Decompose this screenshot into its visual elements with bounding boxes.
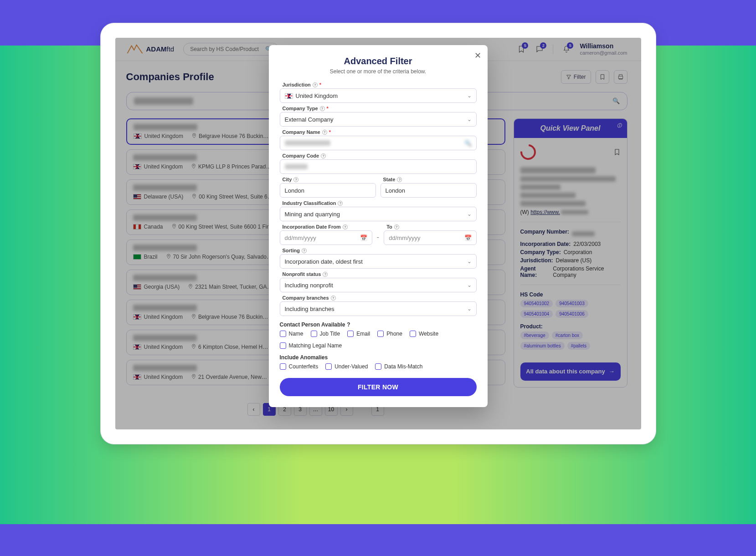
- hscode-chip[interactable]: 9405401003: [555, 300, 588, 307]
- result-address: 6 Kimpton Close, Hemel H…: [191, 344, 268, 350]
- bookmark-icon: [599, 74, 606, 80]
- branches-select[interactable]: Including branches ⌄: [280, 301, 477, 316]
- checkbox-label: Name: [289, 331, 303, 337]
- printer-icon: [617, 74, 624, 80]
- industry-select[interactable]: Mining and quarrying ⌄: [280, 207, 477, 221]
- help-icon[interactable]: ?: [347, 321, 350, 328]
- help-icon[interactable]: ?: [338, 201, 343, 206]
- help-icon[interactable]: ?: [394, 224, 399, 230]
- checkbox-label: Matching Legal Name: [289, 342, 342, 349]
- help-icon[interactable]: ?: [397, 177, 402, 182]
- quick-view-cta[interactable]: All data about this company →: [520, 362, 621, 381]
- company-logo: [517, 141, 539, 163]
- lbl-inc-to: To: [386, 224, 392, 230]
- page-actions: Filter: [561, 70, 627, 84]
- checkbox-under-valued[interactable]: Under-Valued: [325, 363, 368, 370]
- help-icon[interactable]: ?: [313, 82, 318, 87]
- inc-from-input[interactable]: dd/mm/yyyy 📅: [280, 230, 372, 245]
- filter-now-button[interactable]: FILTER NOW: [280, 378, 477, 396]
- messages-count: 2: [540, 42, 546, 49]
- messages-icon[interactable]: 2: [535, 44, 545, 54]
- result-address: Belgrave House 76 Buckin…: [191, 314, 268, 320]
- bookmark-icon[interactable]: [613, 148, 621, 156]
- page-search-text: [134, 97, 193, 105]
- info-icon[interactable]: ⓘ: [617, 122, 622, 129]
- company-name-input[interactable]: 🔍: [280, 136, 477, 150]
- help-icon[interactable]: ?: [323, 272, 328, 277]
- lbl-product: Product:: [520, 323, 543, 330]
- help-icon[interactable]: ?: [293, 177, 298, 182]
- divider: [553, 44, 553, 54]
- checkbox-email[interactable]: Email: [347, 331, 370, 337]
- calendar-icon: 📅: [464, 235, 472, 241]
- bookmarks-icon[interactable]: 5: [516, 44, 526, 54]
- company-name: [520, 167, 596, 173]
- checkbox-counterfeits[interactable]: Counterfeits: [280, 363, 319, 370]
- svg-point-6: [193, 315, 195, 316]
- product-chip[interactable]: #aluminum bottles: [520, 342, 565, 350]
- chevron-down-icon: ⌄: [467, 258, 472, 265]
- quick-view-cta-label: All data about this company: [526, 368, 605, 375]
- help-icon[interactable]: ?: [343, 224, 348, 230]
- checkbox-icon: [280, 342, 286, 349]
- filter-button[interactable]: Filter: [561, 70, 591, 84]
- product-chip[interactable]: #carton box: [552, 332, 583, 339]
- help-icon[interactable]: ?: [321, 153, 326, 158]
- company-code-input[interactable]: [280, 159, 477, 174]
- hscode-chip[interactable]: 9405401006: [555, 310, 588, 318]
- user-menu[interactable]: Williamson cameron@gmail.com: [580, 42, 627, 56]
- contact-checks: NameJob TitleEmailPhoneWebsiteMatching L…: [280, 331, 477, 349]
- brand-logo[interactable]: ADAMftd: [126, 44, 175, 54]
- inc-to-input[interactable]: dd/mm/yyyy 📅: [384, 230, 476, 245]
- header-search-input[interactable]: [190, 46, 262, 52]
- lbl-jurisdiction: Jurisdiction:: [520, 257, 553, 264]
- save-bookmark-button[interactable]: [596, 70, 609, 84]
- hscode-chip[interactable]: 9405401002: [520, 300, 553, 307]
- checkbox-label: Email: [356, 331, 370, 337]
- sorting-select[interactable]: Incorporation date, oldest first ⌄: [280, 254, 477, 269]
- checkbox-name[interactable]: Name: [280, 331, 303, 337]
- checkbox-icon: [377, 331, 384, 337]
- print-button[interactable]: [614, 70, 627, 84]
- jurisdiction-select[interactable]: United Kingdom ⌄: [280, 88, 477, 103]
- help-icon[interactable]: ?: [331, 296, 336, 301]
- result-address: KPMG LLP 8 Princes Parad…: [191, 163, 272, 170]
- checkbox-data-mis-match[interactable]: Data Mis-Match: [375, 363, 422, 370]
- result-title: [133, 275, 197, 281]
- address-line-1: [520, 176, 616, 182]
- lbl-company-number: Company Number:: [520, 229, 569, 239]
- company-type-select[interactable]: External Company ⌄: [280, 112, 477, 127]
- checkbox-job-title[interactable]: Job Title: [311, 331, 340, 337]
- help-icon[interactable]: ?: [322, 130, 327, 135]
- website-link[interactable]: https://www.: [530, 209, 589, 215]
- hscode-chip[interactable]: 9405401004: [520, 310, 553, 318]
- close-icon[interactable]: ✕: [474, 51, 481, 61]
- bookmarks-count: 5: [522, 42, 528, 49]
- checkbox-website[interactable]: Website: [410, 331, 438, 337]
- notifications-bell[interactable]: 5: [561, 44, 571, 54]
- svg-point-7: [193, 345, 195, 347]
- checkbox-phone[interactable]: Phone: [377, 331, 402, 337]
- result-country: United Kingdom: [133, 374, 183, 380]
- help-icon[interactable]: ?: [302, 248, 307, 253]
- page-title: Companies Profile: [126, 71, 214, 83]
- product-chip[interactable]: #pallets: [567, 342, 590, 350]
- header-search[interactable]: 🔍: [183, 43, 279, 56]
- quick-view-header: Quick View Panel ⓘ: [514, 119, 627, 138]
- result-country: United Kingdom: [133, 163, 183, 170]
- svg-point-1: [193, 165, 195, 166]
- checkbox-label: Counterfeits: [289, 363, 319, 370]
- nonprofit-select[interactable]: Including nonprofit ⌄: [280, 278, 477, 292]
- help-icon[interactable]: ?: [320, 106, 325, 111]
- product-chip[interactable]: #beverage: [520, 332, 549, 339]
- checkbox-label: Phone: [386, 331, 402, 337]
- state-input[interactable]: London: [381, 183, 477, 198]
- app-root: ADAMftd 🔍 ⚙ Advanced Home Trade Data Com…: [115, 38, 641, 429]
- industry-value: Mining and quarrying: [285, 211, 340, 218]
- lbl-sorting: Sorting: [283, 248, 300, 253]
- topbar-right: 5 2 5 Williamson cameron@gmail.com: [516, 42, 627, 56]
- checkbox-icon: [410, 331, 416, 337]
- checkbox-matching-legal-name[interactable]: Matching Legal Name: [280, 342, 342, 349]
- city-input[interactable]: London: [280, 183, 376, 198]
- page-‹[interactable]: ‹: [247, 403, 260, 416]
